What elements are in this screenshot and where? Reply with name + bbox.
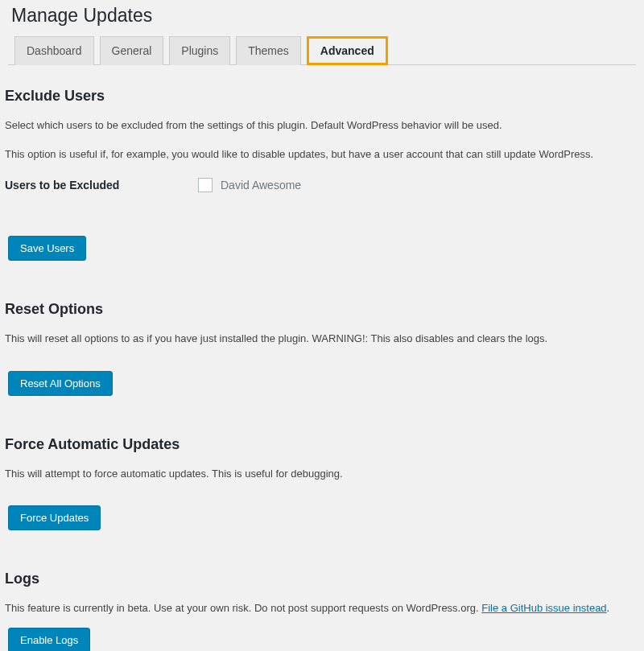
exclude-users-desc-1: Select which users to be excluded from t…	[5, 117, 636, 134]
logs-desc-line: This feature is currently in beta. Use a…	[5, 600, 636, 616]
tab-dashboard[interactable]: Dashboard	[14, 36, 94, 65]
enable-logs-button[interactable]: Enable Logs	[8, 628, 90, 652]
user-checkbox-david[interactable]	[198, 178, 213, 192]
reset-options-desc: This will reset all options to as if you…	[5, 331, 636, 347]
exclude-users-desc-2: This option is useful if, for example, y…	[5, 146, 636, 163]
logs-desc: This feature is currently in beta. Use a…	[5, 602, 481, 614]
tabs-nav: Dashboard General Plugins Themes Advance…	[8, 36, 636, 65]
users-excluded-row: Users to be Excluded David Awesome	[5, 178, 636, 192]
force-updates-heading: Force Automatic Updates	[5, 436, 636, 453]
force-updates-desc: This will attempt to force automatic upd…	[5, 466, 636, 482]
page-title: Manage Updates	[8, 0, 636, 36]
reset-options-heading: Reset Options	[5, 301, 636, 318]
tab-plugins[interactable]: Plugins	[169, 36, 230, 65]
tab-general[interactable]: General	[100, 36, 164, 65]
user-checkbox-label: David Awesome	[221, 179, 301, 192]
section-logs: Logs This feature is currently in beta. …	[8, 571, 636, 651]
tab-themes[interactable]: Themes	[236, 36, 301, 65]
logs-period: .	[607, 602, 610, 614]
section-reset-options: Reset Options This will reset all option…	[8, 301, 636, 396]
logs-github-link[interactable]: File a GitHub issue instead	[481, 602, 606, 614]
force-updates-button[interactable]: Force Updates	[8, 505, 101, 530]
exclude-users-heading: Exclude Users	[5, 88, 636, 105]
section-exclude-users: Exclude Users Select which users to be e…	[8, 88, 636, 261]
users-excluded-label: Users to be Excluded	[5, 179, 198, 192]
tab-advanced[interactable]: Advanced	[307, 36, 388, 65]
reset-all-options-button[interactable]: Reset All Options	[8, 371, 113, 396]
section-force-updates: Force Automatic Updates This will attemp…	[8, 436, 636, 531]
save-users-button[interactable]: Save Users	[8, 236, 86, 261]
logs-heading: Logs	[5, 571, 636, 587]
user-checkbox-item: David Awesome	[198, 178, 301, 192]
